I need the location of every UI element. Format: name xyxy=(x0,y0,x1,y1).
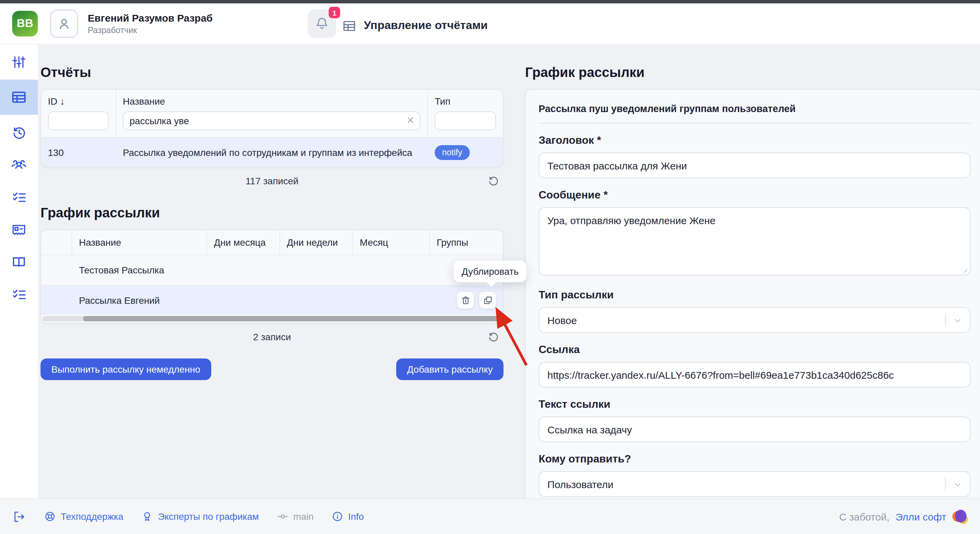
schedule-buttons: Выполнить рассылку немедленно Добавить р… xyxy=(40,359,503,380)
sliders-icon xyxy=(11,55,26,70)
history-icon xyxy=(11,124,27,140)
users-icon xyxy=(11,156,27,173)
col-id-text: ID xyxy=(48,96,57,107)
reports-refresh-button[interactable] xyxy=(486,174,501,188)
schedule-table: Название Дни месяца Дни недели Месяц Гру… xyxy=(40,230,503,324)
info-link[interactable]: Info xyxy=(331,510,364,523)
type-field-label: Тип рассылки xyxy=(539,289,970,301)
link-field-input[interactable] xyxy=(539,362,970,387)
signoff-text: С заботой, xyxy=(839,511,889,522)
schedule-records-count: 2 записи xyxy=(253,332,291,342)
schedule-col-month-days: Дни месяца xyxy=(207,230,280,255)
schedule-col-empty xyxy=(41,230,72,255)
header: BB Евгений Разумов Разраб Разработчик 1 … xyxy=(0,3,980,45)
title-field-label: Заголовок * xyxy=(539,134,970,147)
col-name-text: Название xyxy=(123,96,165,107)
window-top-strip xyxy=(0,0,980,3)
reports-id-filter-input[interactable] xyxy=(48,112,109,130)
message-field-label: Сообщение * xyxy=(539,189,970,201)
message-field-textarea[interactable]: Ура, отправляю уведомление Жене xyxy=(539,207,970,276)
recipient-field-label: Кому отправить? xyxy=(539,453,970,465)
trash-icon xyxy=(460,295,471,306)
person-icon xyxy=(55,15,73,32)
schedule-title: График рассылки xyxy=(40,205,514,221)
schedule-records-line: 2 записи xyxy=(40,324,503,351)
sidebar-item-sliders[interactable] xyxy=(0,47,38,77)
schedule-row-2-name: Рассылка Евгений xyxy=(72,295,503,306)
title-field-input[interactable] xyxy=(539,153,970,178)
type-select[interactable]: Новое xyxy=(539,307,970,333)
logout-button[interactable] xyxy=(12,509,26,524)
table-icon xyxy=(11,89,27,105)
link-field-label: Ссылка xyxy=(539,344,970,356)
delete-row-button[interactable] xyxy=(456,291,474,309)
sidebar-item-receipt[interactable] xyxy=(0,215,38,244)
chevron-down-icon xyxy=(953,480,963,489)
experts-label: Эксперты по графикам xyxy=(158,511,259,522)
page-title: Управление отчётами xyxy=(364,19,488,32)
schedule-col-month: Месяц xyxy=(353,230,430,255)
reports-panel: Отчёты ID ↓ Название xyxy=(40,45,514,498)
details-panel: График рассылки Рассылка пуш уведомлений… xyxy=(525,45,980,498)
support-link[interactable]: Техподдержка xyxy=(44,510,124,523)
details-title: График рассылки xyxy=(525,65,980,80)
run-now-button[interactable]: Выполнить рассылку немедленно xyxy=(40,359,211,380)
book-icon xyxy=(11,254,27,270)
sidebar-item-reports[interactable] xyxy=(0,80,38,115)
schedule-row-1-name: Тестовая Рассылка xyxy=(72,265,503,276)
schedule-row-2[interactable]: Рассылка Евгений xyxy=(41,285,503,315)
reports-col-name: Название ✕ xyxy=(116,90,428,137)
table-title-icon xyxy=(342,19,356,33)
user-avatar[interactable] xyxy=(50,10,78,38)
horizontal-scrollbar[interactable] xyxy=(43,316,501,321)
notification-count-badge: 1 xyxy=(329,7,340,18)
branch-indicator: main xyxy=(276,510,314,523)
app-window: BB Евгений Разумов Разраб Разработчик 1 … xyxy=(0,0,980,534)
footer: Техподдержка Эксперты по графикам main I… xyxy=(0,498,980,534)
page-title-group: Управление отчётами xyxy=(342,7,488,45)
app-logo[interactable]: BB xyxy=(12,11,38,37)
reports-title: Отчёты xyxy=(40,65,514,80)
reports-col-id-label[interactable]: ID ↓ xyxy=(48,96,109,107)
link-text-field-input[interactable] xyxy=(539,416,970,442)
sidebar-item-tasks[interactable] xyxy=(0,279,38,309)
schedule-refresh-button[interactable] xyxy=(486,330,501,344)
col-type-text: Тип xyxy=(435,96,450,107)
notifications-button[interactable]: 1 xyxy=(308,10,336,38)
report-id-cell: 130 xyxy=(41,147,116,158)
schedule-row-1[interactable]: Тестовая Рассылка xyxy=(41,255,503,285)
copy-icon xyxy=(482,295,493,306)
add-mailing-button[interactable]: Добавить рассылку xyxy=(396,359,503,380)
schedule-col-name: Название xyxy=(72,230,207,255)
reports-col-name-label: Название xyxy=(123,96,420,107)
schedule-col-groups: Группы xyxy=(430,230,503,255)
checklist-icon xyxy=(11,190,27,205)
recipient-select[interactable]: Пользователи xyxy=(539,471,970,497)
scrollbar-thumb[interactable] xyxy=(83,316,501,321)
reports-table-row[interactable]: 130 Рассылка уведомлений по сотрудникам … xyxy=(41,137,503,167)
life-ring-icon xyxy=(44,510,56,523)
sidebar xyxy=(0,45,38,498)
git-commit-icon xyxy=(276,510,288,523)
sort-desc-icon[interactable]: ↓ xyxy=(60,96,65,107)
sidebar-item-users[interactable] xyxy=(0,150,38,180)
logout-icon xyxy=(12,509,26,524)
sidebar-item-history[interactable] xyxy=(0,118,38,147)
reports-name-filter-input[interactable] xyxy=(123,112,420,130)
brand-logo-icon xyxy=(952,508,968,524)
clear-filter-icon[interactable]: ✕ xyxy=(407,115,414,126)
reports-type-filter-input[interactable] xyxy=(435,112,496,130)
brand-link[interactable]: Элли софт xyxy=(896,511,946,522)
divider xyxy=(539,123,970,124)
refresh-icon xyxy=(487,330,500,343)
experts-link[interactable]: Эксперты по графикам xyxy=(141,510,259,523)
sidebar-item-checklist[interactable] xyxy=(0,182,38,212)
medal-icon xyxy=(141,510,153,523)
reports-table: ID ↓ Название ✕ xyxy=(40,89,503,167)
receipt-icon xyxy=(11,222,27,238)
info-label: Info xyxy=(348,511,364,522)
sidebar-item-docs[interactable] xyxy=(0,247,38,277)
chevron-down-icon xyxy=(953,316,963,325)
duplicate-row-button[interactable] xyxy=(479,291,497,309)
user-name: Евгений Разумов Разраб xyxy=(88,12,213,24)
